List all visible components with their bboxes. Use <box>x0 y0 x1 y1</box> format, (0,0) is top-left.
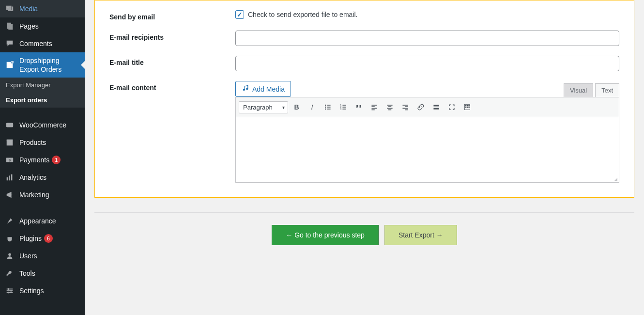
sidebar-item-products[interactable]: Products <box>0 134 85 151</box>
svg-rect-32 <box>371 108 377 109</box>
row-email-content: E-mail content Add Media Visual Text Par… <box>109 71 619 183</box>
svg-rect-8 <box>11 174 13 181</box>
svg-rect-42 <box>433 105 439 106</box>
align-right-button[interactable] <box>399 100 412 114</box>
toolbar-toggle-button[interactable] <box>460 100 474 114</box>
sidebar-item-label: Media <box>19 5 38 13</box>
export-icon <box>5 60 15 70</box>
sidebar-item-settings[interactable]: Settings <box>0 282 85 299</box>
svg-rect-15 <box>8 292 9 294</box>
sidebar-item-comments[interactable]: Comments <box>0 35 85 52</box>
sidebar-item-label: Tools <box>19 269 35 277</box>
svg-rect-19 <box>327 105 330 106</box>
input-email-recipients[interactable] <box>235 31 619 46</box>
sidebar-item-plugins[interactable]: Plugins 6 <box>0 230 85 247</box>
pages-icon <box>5 21 15 31</box>
svg-rect-2 <box>7 141 13 146</box>
marketing-icon <box>5 190 15 200</box>
label-email-content: E-mail content <box>109 81 235 92</box>
start-export-button[interactable]: Start Export → <box>384 225 457 245</box>
action-buttons: ← Go to the previous step Start Export → <box>94 213 634 250</box>
row-email-recipients: E-mail recipients <box>109 21 619 46</box>
media-icon <box>5 4 15 14</box>
tab-visual[interactable]: Visual <box>564 83 593 97</box>
read-more-button[interactable] <box>429 100 443 114</box>
label-send-by-email: Send by email <box>109 10 235 21</box>
svg-rect-47 <box>467 105 468 106</box>
svg-rect-44 <box>433 108 439 110</box>
sidebar-item-label: Products <box>19 139 46 146</box>
music-note-icon <box>242 84 249 94</box>
checkbox-send-by-email[interactable] <box>235 10 244 19</box>
numbered-list-button[interactable]: 123 <box>337 100 350 114</box>
svg-rect-34 <box>387 105 392 106</box>
svg-rect-40 <box>402 108 408 109</box>
svg-rect-36 <box>387 108 392 109</box>
italic-button[interactable]: I <box>306 100 319 114</box>
svg-point-18 <box>325 105 326 106</box>
sidebar-item-label: Settings <box>19 287 44 295</box>
svg-rect-51 <box>468 107 469 108</box>
quote-button[interactable] <box>352 100 366 114</box>
svg-rect-10 <box>7 289 13 290</box>
previous-step-button[interactable]: ← Go to the previous step <box>272 225 379 245</box>
svg-rect-33 <box>371 110 374 110</box>
products-icon <box>5 138 15 147</box>
svg-rect-13 <box>8 288 9 290</box>
submenu-item-export-orders[interactable]: Export orders <box>0 93 85 108</box>
resize-handle[interactable] <box>612 175 618 181</box>
sidebar-item-label: Comments <box>19 40 52 47</box>
svg-rect-37 <box>388 110 391 110</box>
svg-rect-50 <box>467 107 468 108</box>
sidebar-item-label: Plugins <box>19 235 42 242</box>
svg-text:$: $ <box>9 158 11 162</box>
input-email-title[interactable] <box>235 56 619 71</box>
svg-point-9 <box>8 253 11 256</box>
add-media-button[interactable]: Add Media <box>235 81 291 97</box>
svg-rect-3 <box>7 140 13 141</box>
sidebar-item-label: Payments <box>19 156 49 164</box>
svg-rect-29 <box>342 109 346 110</box>
sidebar-item-analytics[interactable]: Analytics <box>0 169 85 186</box>
comments-icon <box>5 39 15 48</box>
row-email-title: E-mail title <box>109 46 619 71</box>
format-dropdown[interactable]: Paragraph <box>239 101 288 113</box>
svg-text:3: 3 <box>340 108 341 110</box>
sidebar-item-marketing[interactable]: Marketing <box>0 186 85 204</box>
sidebar-item-payments[interactable]: $ Payments 1 <box>0 151 85 169</box>
svg-rect-39 <box>405 106 408 107</box>
analytics-icon <box>5 173 15 182</box>
sidebar-item-users[interactable]: Users <box>0 247 85 265</box>
label-email-title: E-mail title <box>109 56 235 66</box>
bullet-list-button[interactable] <box>321 100 335 114</box>
editor-toolbar: Paragraph B I 123 <box>235 97 619 117</box>
appearance-icon <box>5 216 15 226</box>
sidebar-item-label: Marketing <box>19 191 49 199</box>
badge-count: 6 <box>44 234 53 243</box>
woo-icon <box>5 120 15 130</box>
fullscreen-button[interactable] <box>445 100 459 114</box>
sidebar-item-label: Appearance <box>19 217 56 225</box>
svg-rect-6 <box>7 177 8 180</box>
align-center-button[interactable] <box>383 100 397 114</box>
sidebar-item-pages[interactable]: Pages <box>0 17 85 35</box>
sidebar-item-appearance[interactable]: Appearance <box>0 212 85 230</box>
sidebar-item-tools[interactable]: Tools <box>0 265 85 282</box>
svg-point-0 <box>7 7 8 8</box>
submenu-item-export-manager[interactable]: Export Manager <box>0 78 85 93</box>
editor-body[interactable] <box>235 117 619 183</box>
svg-rect-35 <box>388 106 391 107</box>
plugins-icon <box>5 234 15 243</box>
bold-button[interactable]: B <box>290 100 304 114</box>
sidebar-item-media[interactable]: Media <box>0 0 85 17</box>
svg-rect-43 <box>433 107 439 107</box>
settings-panel: Send by email Check to send exported fil… <box>94 0 634 198</box>
link-button[interactable] <box>414 100 428 114</box>
align-left-button[interactable] <box>368 100 381 114</box>
sidebar-item-dropshipping-export[interactable]: Dropshipping Export Orders <box>0 52 85 78</box>
label-email-recipients: E-mail recipients <box>109 31 235 41</box>
svg-rect-7 <box>9 176 10 181</box>
tab-text[interactable]: Text <box>595 83 619 97</box>
sidebar-item-woocommerce[interactable]: WooCommerce <box>0 116 85 134</box>
payments-icon: $ <box>5 155 15 165</box>
